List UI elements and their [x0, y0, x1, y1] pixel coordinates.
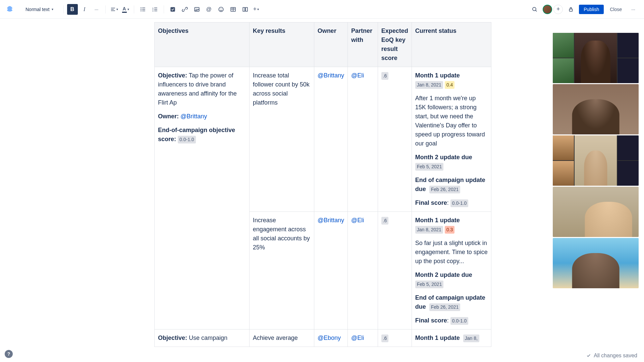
header-status: Current status	[412, 22, 491, 67]
app-logo-icon	[5, 5, 14, 14]
restrictions-button[interactable]	[566, 4, 576, 15]
check-icon	[586, 353, 591, 358]
insert-button[interactable]: + ▾	[252, 4, 261, 15]
add-collaborator-button[interactable]: +	[553, 5, 563, 14]
mention-button[interactable]: @	[204, 4, 214, 15]
layouts-icon	[242, 6, 248, 12]
header-score: Expected EoQ key result score	[378, 22, 412, 67]
mention[interactable]: @Eli	[351, 72, 364, 79]
text-style-select[interactable]: Normal text ▾	[22, 5, 57, 14]
link-icon	[182, 6, 188, 12]
search-button[interactable]	[529, 4, 540, 15]
emoji-icon	[218, 6, 224, 12]
help-button[interactable]: ?	[5, 350, 13, 358]
bullet-list-icon	[140, 6, 146, 12]
okr-table[interactable]: Objectives Key results Owner Partner wit…	[154, 22, 491, 347]
status-cell[interactable]: Month 1 update Jan 8, 2021 0.3 So far ju…	[412, 212, 491, 329]
svg-point-10	[220, 8, 220, 9]
score-cell[interactable]: .6	[378, 67, 412, 212]
action-item-button[interactable]	[167, 4, 178, 15]
bullet-list-button[interactable]	[138, 4, 148, 15]
mention[interactable]: @Eli	[351, 217, 364, 224]
more-formatting-button[interactable]: ···	[91, 4, 102, 15]
owner-cell[interactable]: @Brittany	[314, 212, 347, 329]
partner-cell[interactable]: @Eli	[347, 212, 378, 329]
score-lozenge: .6	[381, 72, 389, 80]
svg-point-2	[141, 10, 142, 11]
score-cell[interactable]: .6	[378, 329, 412, 347]
m1-text: After 1 month we're up 15K followers; a …	[415, 94, 488, 148]
status-cell[interactable]: Month 1 update Jan 8, 2021 0.4 After 1 m…	[412, 67, 491, 212]
objective-label: Objective:	[158, 335, 187, 341]
header-owner: Owner	[314, 22, 347, 67]
svg-rect-16	[570, 9, 573, 11]
save-status: All changes saved	[580, 349, 644, 362]
mention[interactable]: @Brittany	[318, 72, 344, 79]
partner-cell[interactable]: @Eli	[347, 67, 378, 212]
keyresult-cell[interactable]: Increase total follower count by 50k acr…	[249, 67, 314, 212]
user-avatar[interactable]	[543, 5, 552, 14]
header-partner: Partner with	[347, 22, 378, 67]
emoji-button[interactable]	[216, 4, 226, 15]
close-button[interactable]: Close	[606, 5, 625, 14]
separator	[105, 5, 106, 13]
chevron-down-icon: ▾	[116, 7, 118, 11]
svg-text:3: 3	[152, 10, 153, 12]
video-call-panel[interactable]	[553, 33, 639, 288]
mention[interactable]: @Eli	[351, 335, 364, 341]
image-button[interactable]	[192, 4, 202, 15]
numbered-list-button[interactable]: 123	[150, 4, 160, 15]
layouts-button[interactable]	[240, 4, 251, 15]
bold-button[interactable]: B	[67, 4, 78, 15]
editor-content[interactable]: Objectives Key results Owner Partner wit…	[0, 19, 644, 362]
score-cell[interactable]: .6	[378, 212, 412, 329]
publish-button[interactable]: Publish	[579, 5, 604, 14]
separator	[134, 5, 134, 13]
date-lozenge: Feb 5, 2021	[415, 281, 444, 288]
mention[interactable]: @Brittany	[318, 217, 344, 224]
separator	[164, 5, 164, 13]
m2-label: Month 2 update due	[415, 154, 472, 161]
date-lozenge: Jan 8, 2021	[415, 81, 443, 89]
search-icon	[532, 6, 538, 12]
status-cell[interactable]: Month 1 update Jan 8,	[412, 329, 491, 347]
text-style-label: Normal text	[25, 7, 50, 12]
video-participant-tile[interactable]	[553, 135, 639, 186]
objective-cell[interactable]: Objective: Use campaign	[155, 329, 250, 347]
color-swatch	[122, 12, 127, 13]
keyresult-cell[interactable]: Increase engagement across all social ac…	[249, 212, 314, 329]
text-color-button[interactable]: A ▾	[121, 4, 130, 15]
mention[interactable]: @Ebony	[318, 335, 341, 341]
video-participant-tile[interactable]	[553, 84, 639, 134]
more-actions-button[interactable]: ···	[628, 4, 639, 15]
save-status-text: All changes saved	[594, 353, 637, 359]
toolbar-left: Normal text ▾ B I ··· ▾ A ▾ 123	[5, 4, 260, 15]
owner-cell[interactable]: @Ebony	[314, 329, 347, 347]
video-participant-tile[interactable]	[553, 238, 639, 288]
table-button[interactable]	[228, 4, 238, 15]
partner-cell[interactable]: @Eli	[347, 329, 378, 347]
score-lozenge: 0.0-1.0	[450, 317, 469, 325]
svg-rect-13	[243, 7, 245, 11]
objective-cell[interactable]: Objective: Tap the power of influencers …	[155, 67, 250, 329]
m1-label: Month 1 update	[415, 217, 460, 224]
header-key-results: Key results	[249, 22, 314, 67]
objective-text: Use campaign	[187, 335, 227, 341]
score-lozenge: 0.0-1.0	[450, 199, 469, 207]
separator	[63, 5, 64, 13]
video-participant-tile[interactable]	[553, 33, 639, 83]
owner-mention[interactable]: @Brittany	[180, 113, 207, 120]
chevron-down-icon: ▾	[257, 7, 259, 11]
chevron-down-icon: ▾	[127, 7, 129, 11]
owner-cell[interactable]: @Brittany	[314, 67, 347, 212]
date-lozenge: Feb 5, 2021	[415, 163, 444, 171]
align-button[interactable]: ▾	[109, 4, 119, 15]
link-button[interactable]	[179, 4, 190, 15]
score-lozenge: .6	[381, 217, 389, 225]
align-left-icon	[110, 7, 116, 12]
keyresult-cell[interactable]: Achieve average	[249, 329, 314, 347]
numbered-list-icon: 123	[152, 6, 158, 12]
video-participant-tile[interactable]	[553, 187, 639, 237]
svg-point-11	[221, 8, 222, 9]
italic-button[interactable]: I	[79, 4, 90, 15]
